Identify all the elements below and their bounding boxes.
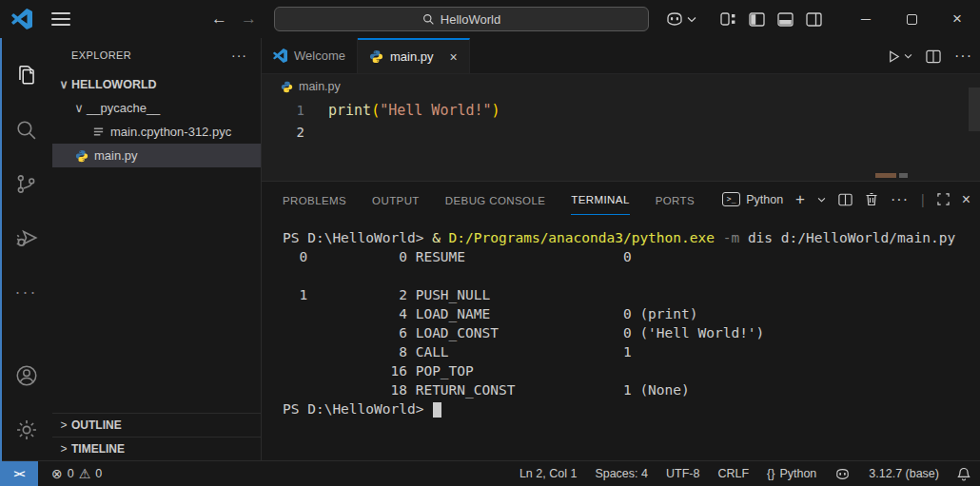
search-icon: [14, 118, 38, 142]
terminal-shell-selector[interactable]: >_ Python: [722, 192, 783, 206]
terminal-operator: &: [432, 230, 448, 245]
chevron-down-icon[interactable]: [817, 197, 826, 203]
code-line-1: 1 print("Hell World!"): [262, 99, 980, 121]
copilot-status[interactable]: [834, 468, 851, 480]
indentation-status[interactable]: Spaces: 4: [595, 467, 648, 480]
language-label: Python: [779, 467, 816, 480]
nav-back-button[interactable]: ←: [211, 10, 227, 29]
search-icon: [422, 13, 435, 26]
terminal-line: 1 2 PUSH_NULL: [283, 285, 980, 304]
warnings-icon: ⚠: [79, 466, 91, 481]
chevron-down-icon: ∨: [56, 77, 71, 91]
tab-debug-console[interactable]: DEBUG CONSOLE: [445, 185, 546, 215]
terminal-flag: -m: [715, 230, 748, 245]
split-terminal-icon[interactable]: [838, 193, 853, 206]
notifications-button[interactable]: [957, 467, 970, 481]
terminal-executable: D:/Programs/anaconda3/python.exe: [449, 230, 715, 245]
copilot-icon: [665, 11, 684, 27]
section-outline[interactable]: > OUTLINE: [52, 413, 261, 437]
editor-more-actions[interactable]: ···: [954, 48, 972, 65]
tab-label: Welcome: [294, 49, 345, 63]
copilot-menu-button[interactable]: [665, 11, 696, 27]
run-python-file-button[interactable]: [887, 49, 912, 64]
tree-item-pyc-file[interactable]: main.cpython-312.pyc: [52, 120, 261, 144]
terminal-prompt-line: PS D:\HelloWorld>: [283, 399, 980, 418]
chevron-right-icon: >: [56, 418, 71, 432]
code-editor[interactable]: main.py 1 print("Hell World!") 2: [262, 74, 980, 181]
sidebar-item-search[interactable]: [6, 106, 48, 153]
maximize-button[interactable]: [889, 0, 934, 38]
problems-status[interactable]: ⊗ 0 ⚠ 0: [51, 466, 102, 481]
folder-label: __pycache__: [87, 101, 160, 115]
braces-icon: {}: [767, 467, 774, 480]
bell-icon: [957, 467, 970, 481]
new-terminal-button[interactable]: +: [795, 190, 805, 209]
split-editor-icon[interactable]: [926, 49, 941, 64]
toggle-panel-icon[interactable]: [771, 0, 799, 38]
maximize-panel-icon[interactable]: [937, 193, 950, 205]
tab-welcome[interactable]: Welcome: [262, 38, 358, 73]
language-mode-status[interactable]: {} Python: [767, 467, 816, 480]
status-bar: >< ⊗ 0 ⚠ 0 Ln 2, Col 1 Spaces: 4 UTF-8 C…: [0, 460, 980, 486]
menu-icon[interactable]: [51, 12, 70, 26]
tab-problems[interactable]: PROBLEMS: [283, 185, 346, 215]
sidebar-item-run-debug[interactable]: [6, 214, 48, 262]
python-icon: [281, 81, 293, 93]
terminal-line: 4 LOAD_NAME 0 (print): [283, 304, 980, 323]
gear-icon: [14, 418, 39, 442]
more-actions-button[interactable]: ···: [6, 268, 48, 316]
terminal-args: dis d:/HelloWorld/main.py: [748, 230, 955, 245]
ellipsis-icon: ···: [15, 282, 38, 302]
encoding-status[interactable]: UTF-8: [666, 467, 699, 480]
explorer-more-actions[interactable]: ···: [231, 48, 247, 63]
tab-terminal[interactable]: TERMINAL: [571, 184, 629, 215]
chevron-down-icon: ∨: [71, 101, 87, 115]
python-interpreter-status[interactable]: 3.12.7 (base): [869, 467, 939, 480]
account-icon: [14, 363, 39, 388]
search-command-center[interactable]: HelloWorld: [274, 7, 649, 31]
terminal-output[interactable]: PS D:\HelloWorld> & D:/Programs/anaconda…: [262, 217, 980, 418]
vscode-logo-icon: [273, 49, 287, 63]
tree-item-pycache[interactable]: ∨ __pycache__: [52, 96, 261, 120]
tree-root-helloworld[interactable]: ∨ HELLOWORLD: [52, 72, 261, 96]
minimap: [875, 173, 896, 178]
python-icon: [75, 149, 88, 163]
trash-icon[interactable]: [865, 192, 878, 206]
terminal-prompt: PS D:\HelloWorld>: [283, 401, 432, 417]
account-button[interactable]: [6, 352, 48, 399]
line-number: 1: [262, 103, 328, 118]
tree-item-main-py[interactable]: main.py: [52, 144, 261, 167]
customize-layout-icon[interactable]: [714, 0, 742, 38]
editor-scrollbar[interactable]: [969, 87, 980, 131]
tab-main-py[interactable]: main.py ×: [358, 38, 470, 73]
maximize-icon: [907, 14, 917, 25]
breadcrumb-file: main.py: [299, 80, 341, 93]
terminal-line: 6 LOAD_CONST 0 ('Hell World!'): [283, 323, 980, 342]
tab-output[interactable]: OUTPUT: [372, 185, 420, 215]
tab-ports[interactable]: PORTS: [656, 185, 695, 215]
line-number: 2: [262, 125, 328, 140]
token-open-paren: (: [371, 102, 380, 119]
close-button[interactable]: ×: [934, 0, 980, 38]
settings-button[interactable]: [6, 406, 48, 454]
toggle-sidebar-icon[interactable]: [742, 0, 771, 38]
minimize-button[interactable]: ─: [843, 0, 889, 38]
remote-indicator-button[interactable]: ><: [0, 461, 38, 486]
section-timeline[interactable]: > TIMELINE: [52, 437, 261, 460]
sidebar-item-explorer[interactable]: [6, 51, 48, 99]
errors-icon: ⊗: [51, 466, 63, 481]
nav-forward-button[interactable]: →: [241, 10, 257, 29]
breadcrumb[interactable]: main.py: [262, 74, 980, 99]
token-string: "Hell World!": [380, 102, 491, 119]
close-tab-icon[interactable]: ×: [449, 49, 457, 65]
panel-more-actions[interactable]: ···: [891, 191, 909, 208]
toggle-secondary-sidebar-icon[interactable]: [799, 0, 828, 38]
close-panel-icon[interactable]: ×: [962, 191, 970, 208]
cursor-position-status[interactable]: Ln 2, Col 1: [519, 467, 577, 480]
token-print: print: [328, 102, 371, 119]
titlebar: ← → HelloWorld: [0, 0, 980, 38]
eol-status[interactable]: CRLF: [717, 467, 749, 480]
sidebar-item-source-control[interactable]: [6, 160, 48, 207]
token-close-paren: ): [492, 102, 500, 119]
terminal-line: 0 0 RESUME 0: [283, 247, 980, 266]
